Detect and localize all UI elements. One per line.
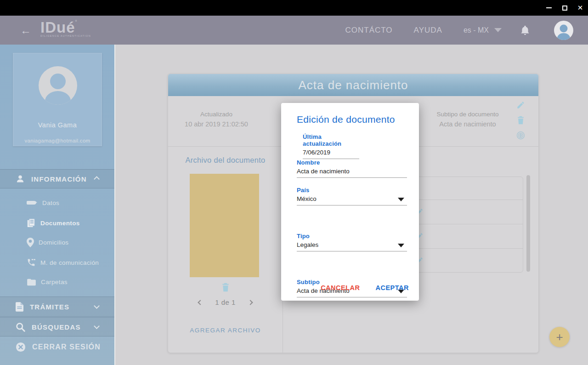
profile-name: Vania Gama <box>13 121 102 129</box>
chevron-down-icon <box>94 303 100 309</box>
field-label: Última actualización <box>303 133 359 147</box>
delete-file-button[interactable] <box>168 283 283 292</box>
chevron-up-icon <box>94 176 100 182</box>
add-file-button[interactable]: AGREGAR ARCHIVO <box>168 327 283 334</box>
nav-contacto[interactable]: CONTÁCTO <box>345 26 392 35</box>
delete-document-button[interactable] <box>517 116 525 125</box>
folder-icon <box>27 278 36 286</box>
next-page-chevron-icon[interactable] <box>248 300 253 305</box>
sidebar-item-m-de-comunicacion[interactable]: M. de comunicación <box>0 252 114 273</box>
document-title: Acta de nacimiento <box>298 78 408 92</box>
app-window: ✕ ← IDué° DILIGENCE AUTHENTICATION CONTÁ… <box>0 0 588 365</box>
logo-mark: ° <box>75 19 77 24</box>
field-ultima-actualizacion: Última actualización 7/06/2019 <box>303 133 359 159</box>
person-icon <box>16 174 25 183</box>
subtype-value: Acta de nacimiento <box>426 120 509 128</box>
input-underline <box>297 297 407 297</box>
edit-document-button[interactable] <box>516 101 525 109</box>
add-document-fab[interactable]: + <box>549 327 570 347</box>
back-arrow-icon[interactable]: ← <box>20 24 31 37</box>
field-nombre: Nombre Acta de nacimiento <box>297 159 407 178</box>
sidebar-item-datos[interactable]: Datos <box>0 193 114 213</box>
minimize-icon <box>546 7 552 8</box>
subtype-label: Subtipo de documento <box>426 111 509 118</box>
pencil-icon <box>516 101 525 109</box>
sidebar-item-documentos[interactable]: Documentos <box>0 213 114 233</box>
file-icon <box>16 302 23 312</box>
modal-actions: CANCELAR ACEPTAR <box>319 281 411 294</box>
notifications-button[interactable] <box>520 25 530 36</box>
maximize-icon <box>562 6 567 11</box>
language-selector[interactable]: es - MX <box>464 26 502 34</box>
sidebar-item-label: Domicilios <box>39 239 69 246</box>
logo-subtitle: DILIGENCE AUTHENTICATION <box>40 34 91 37</box>
field-pais[interactable]: País México <box>297 187 407 205</box>
sidebar-section-informacion[interactable]: INFORMACIÓN <box>0 169 114 188</box>
nav-ayuda[interactable]: AYUDA <box>414 26 442 35</box>
previous-page-chevron-icon[interactable] <box>198 300 203 305</box>
app-bar: ← IDué° DILIGENCE AUTHENTICATION CONTÁCT… <box>0 16 588 45</box>
field-tipo[interactable]: Tipo Legales <box>297 233 407 251</box>
title-bar: ✕ <box>0 0 588 16</box>
subtype-block: Subtipo de documento Acta de nacimiento <box>426 111 509 128</box>
sidebar-section-label: BÚSQUEDAS <box>32 323 81 331</box>
edit-document-modal: Edición de documento Última actualizació… <box>281 103 419 301</box>
updated-block: Actualizado 10 abr 2019 21:02:50 <box>182 111 251 128</box>
sidebar-section-label: INFORMACIÓN <box>31 175 87 183</box>
language-label: es - MX <box>464 26 489 34</box>
sidebar-item-carpetas[interactable]: Carpetas <box>0 272 114 292</box>
sidebar-section-busquedas[interactable]: BÚSQUEDAS <box>0 317 114 336</box>
user-avatar[interactable] <box>554 21 573 40</box>
fingerprint-button[interactable] <box>516 131 525 140</box>
accept-button[interactable]: ACEPTAR <box>373 281 411 294</box>
name-input[interactable]: Acta de nacimiento <box>297 168 407 175</box>
logout-circle-x-icon <box>16 342 26 352</box>
sidebar-item-label: Datos <box>42 200 59 206</box>
trash-icon <box>517 116 525 125</box>
country-select[interactable]: México <box>297 195 407 202</box>
field-label: Nombre <box>297 159 407 166</box>
app-logo: IDué° DILIGENCE AUTHENTICATION <box>40 19 91 37</box>
archive-title: Archivo del documento <box>168 156 283 165</box>
profile-card: Vania Gama vaniagamag@hotmail.com <box>13 53 102 146</box>
select-arrow-icon <box>398 198 404 201</box>
page-indicator: 1 de 1 <box>215 298 236 306</box>
close-icon: ✕ <box>577 4 583 12</box>
phone-icon <box>27 258 36 267</box>
document-card-header: Acta de nacimiento <box>168 74 538 96</box>
cancel-button[interactable]: CANCELAR <box>319 281 362 294</box>
fingerprint-icon <box>516 131 525 140</box>
document-preview-image[interactable] <box>190 174 259 277</box>
sidebar-section-tramites[interactable]: TRÁMITES <box>0 297 114 317</box>
sidebar-item-label: M. de comunicación <box>40 259 99 266</box>
maximize-button[interactable] <box>557 0 572 16</box>
modal-title: Edición de documento <box>297 114 395 125</box>
sidebar-item-domicilios[interactable]: Domicilios <box>0 232 114 252</box>
input-underline <box>297 251 407 251</box>
chevron-down-icon <box>94 323 100 329</box>
archive-panel: Archivo del documento 1 de 1 AGREGAR ARC… <box>168 147 283 354</box>
sidebar-section-label: TRÁMITES <box>30 303 69 311</box>
chevron-down-icon <box>494 28 502 32</box>
logo-text: IDué <box>40 19 75 36</box>
profile-avatar <box>39 66 77 105</box>
id-card-icon <box>27 200 38 206</box>
trash-icon <box>221 283 230 292</box>
input-underline <box>297 177 407 178</box>
avatar-person-icon <box>554 21 573 40</box>
date-input[interactable]: 7/06/2019 <box>303 149 359 156</box>
location-pin-icon <box>27 238 34 247</box>
file-pagination: 1 de 1 <box>168 298 283 306</box>
sidebar-item-label: Carpetas <box>41 279 68 285</box>
type-select[interactable]: Legales <box>297 241 407 248</box>
table-scrollbar[interactable] <box>526 175 530 272</box>
avatar-person-icon <box>39 66 77 105</box>
field-label: País <box>297 187 407 194</box>
updated-label: Actualizado <box>182 111 251 118</box>
documents-icon <box>27 218 36 228</box>
bell-icon <box>520 25 530 36</box>
minimize-button[interactable] <box>541 0 557 16</box>
profile-email: vaniagamag@hotmail.com <box>13 138 102 143</box>
close-button[interactable]: ✕ <box>572 0 588 16</box>
logout-button[interactable]: CERRAR SESIÓN <box>0 337 114 357</box>
